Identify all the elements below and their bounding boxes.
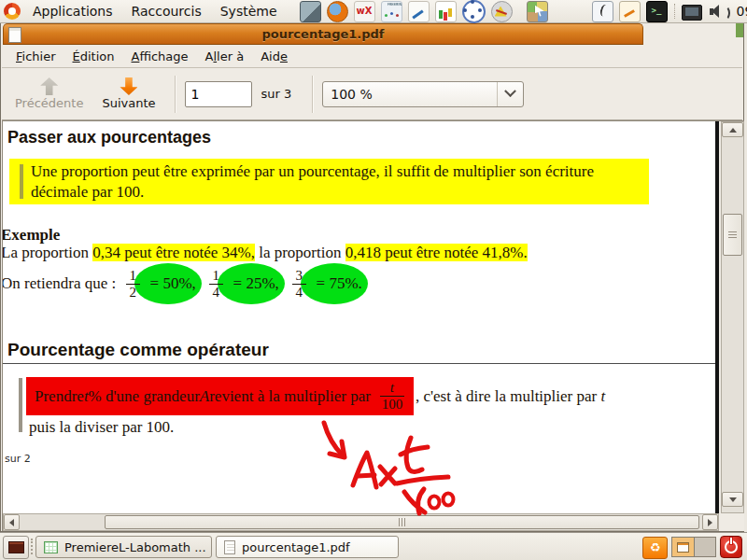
doc-heading-2: Pourcentage comme opérateur [7, 340, 269, 360]
operator-definition-line2: puis la diviser par 100. [29, 418, 174, 437]
panel-mini-separator [674, 4, 675, 19]
fraction: 34 [289, 269, 309, 300]
after-red-text: , c'est à dire la multiplier par t [416, 387, 605, 406]
fraction-t-100: t100 [378, 381, 406, 412]
menu-aide[interactable]: Aide [252, 47, 296, 66]
page-total-label: sur 3 [261, 87, 292, 101]
geometry-app-icon[interactable] [491, 1, 513, 22]
yellow-highlight: 0,34 peut être notée 34%, [92, 244, 255, 261]
spreadsheet-icon [44, 541, 58, 553]
vertical-scrollbar[interactable] [721, 121, 744, 513]
volume-icon[interactable] [708, 2, 728, 21]
definition-line-1: Une proportion peut être exprimée par un… [31, 161, 594, 182]
desktop-screen: Applications Raccourcis Système wX FREEM… [0, 0, 747, 560]
heading-rule [3, 363, 715, 364]
retiendra-line: On retiendra que : 12 = 50%, 14 = 25%, 3… [3, 262, 365, 305]
menu-aller-a[interactable]: Aller à [197, 47, 253, 66]
display-icon[interactable] [682, 5, 702, 21]
whiteboard-app-icon[interactable] [592, 1, 613, 22]
top-panel: Applications Raccourcis Système wX FREEM… [0, 0, 747, 23]
terminal-icon[interactable]: >_ [646, 1, 668, 22]
taskbar-window-pourcentage1[interactable]: pourcentage1.pdf [216, 536, 399, 558]
trash-applet[interactable]: ♻ [642, 537, 668, 559]
notes-app-icon[interactable] [619, 1, 641, 22]
thumb-grip [728, 231, 737, 238]
desktop-icon [8, 541, 24, 553]
pdf-page: Passer aux pourcentages Une proportion p… [3, 121, 715, 513]
chart-app-icon[interactable] [435, 1, 457, 22]
menu-fichier[interactable]: Fichier [7, 47, 64, 66]
vertical-scrollbar-thumb[interactable] [723, 214, 742, 256]
scroll-right-button[interactable] [702, 514, 718, 530]
green-ellipse-item: 34 = 75%. [289, 262, 365, 305]
document-icon [8, 27, 21, 43]
proportion-paragraph: La proportion 0,34 peut être notée 34%, … [3, 244, 528, 262]
taskbar-window-labomath[interactable]: PremiereL-Labomath ... [35, 536, 212, 558]
triangle-right-icon [708, 519, 712, 526]
triangle-down-icon [729, 497, 737, 502]
retiendra-lead: On retiendra que : [3, 274, 116, 293]
geogebra-icon[interactable] [462, 0, 486, 23]
fraction-equation: = 75%. [313, 274, 365, 293]
ubuntu-logo-icon[interactable] [4, 3, 21, 20]
fraction: 14 [205, 269, 226, 300]
triangle-up-icon [729, 128, 737, 133]
text-editor-icon[interactable] [408, 1, 430, 22]
scroll-down-button[interactable] [722, 492, 743, 507]
tasklist-grip [31, 539, 33, 554]
horizontal-scrollbar-thumb[interactable] [105, 515, 699, 529]
pdf-document-icon [224, 540, 235, 554]
operator-definition: Prendre t % d'une grandeur A revient à l… [3, 377, 605, 415]
show-desktop-button[interactable] [3, 536, 29, 559]
workspace-window-thumb [677, 542, 689, 553]
toolbar: Précédente Suivante sur 3 100 % [2, 68, 742, 120]
document-view: Passer aux pourcentages Une proportion p… [2, 120, 744, 531]
panel-menu-applications[interactable]: Applications [23, 2, 122, 21]
workspace-1[interactable] [672, 538, 694, 556]
wxmaxima-icon[interactable]: wX [354, 1, 375, 22]
color-picker-icon[interactable] [527, 1, 548, 22]
zoom-dropdown-button[interactable] [497, 82, 523, 106]
green-ellipse-item: 12 = 50%, [122, 262, 199, 305]
workspace-2[interactable] [694, 538, 716, 556]
menu-edition[interactable]: Édition [64, 47, 123, 66]
toolbar-separator [175, 76, 176, 113]
desktop-wallpaper-sliver [736, 23, 743, 37]
menubar: Fichier Édition Affichage Aller à Aide [2, 45, 742, 68]
logout-button[interactable] [720, 536, 742, 558]
workspace-switcher [671, 537, 716, 557]
page-note: sur 2 [5, 453, 31, 465]
fraction-equation: = 25%, [230, 274, 282, 293]
clock-applet[interactable]: 09:13 [731, 4, 747, 19]
scroll-left-button[interactable] [4, 514, 20, 530]
power-icon [725, 540, 738, 553]
previous-page-button[interactable]: Précédente [6, 75, 92, 113]
page-edge-shadow [715, 121, 719, 513]
exemple-label: Exemple [3, 226, 60, 245]
arrow-down-icon [120, 77, 137, 95]
scroll-up-button[interactable] [722, 122, 743, 137]
fraction: 12 [122, 269, 143, 300]
firefox-icon[interactable] [327, 1, 348, 22]
triangle-left-icon [9, 519, 14, 526]
window-title: pourcentage1.pdf [261, 27, 384, 41]
definition-box-red: Prendre t % d'une grandeur A revient à l… [26, 377, 414, 415]
horizontal-scrollbar[interactable] [3, 513, 719, 531]
green-ellipse-item: 14 = 25%, [205, 262, 282, 305]
pdf-viewer-window: pourcentage1.pdf Fichier Édition Afficha… [0, 23, 744, 532]
arrow-up-icon [40, 77, 58, 95]
page-number-input[interactable] [185, 81, 252, 107]
panel-menu-systeme[interactable]: Système [211, 2, 287, 21]
fraction-equation: = 50%, [147, 274, 199, 293]
zoom-select[interactable]: 100 % [322, 81, 524, 107]
doc-heading-1: Passer aux pourcentages [7, 128, 211, 147]
chevron-down-icon [504, 85, 516, 97]
panel-menu-raccourcis[interactable]: Raccourcis [122, 2, 211, 21]
definition-box-yellow: Une proportion peut être exprimée par un… [9, 159, 649, 204]
window-titlebar[interactable]: pourcentage1.pdf [3, 23, 643, 45]
freemind-icon[interactable]: FREEMIND [381, 1, 402, 22]
yellow-highlight: 0,418 peut être notée 41,8%. [345, 244, 528, 261]
drawing-app-icon[interactable] [300, 1, 321, 22]
next-page-button[interactable]: Suivante [92, 75, 164, 113]
menu-affichage[interactable]: Affichage [122, 47, 196, 66]
